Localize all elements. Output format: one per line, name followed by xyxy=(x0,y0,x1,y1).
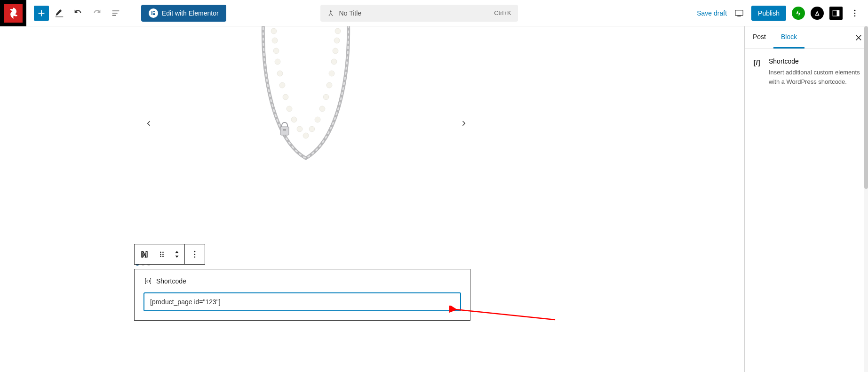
move-up-icon[interactable] xyxy=(174,250,180,254)
svg-point-29 xyxy=(326,82,332,88)
svg-point-17 xyxy=(279,82,285,88)
tab-block[interactable]: Block xyxy=(773,26,804,49)
svg-point-13 xyxy=(272,38,278,43)
block-options-icon[interactable] xyxy=(185,244,205,264)
elementor-icon xyxy=(149,8,158,18)
product-image xyxy=(254,26,358,186)
tab-post[interactable]: Post xyxy=(745,26,773,49)
svg-rect-0 xyxy=(151,11,152,15)
drag-handle-icon[interactable] xyxy=(154,244,169,264)
svg-point-20 xyxy=(291,117,297,122)
block-description: Insert additional custom elements with a… xyxy=(769,68,860,86)
block-type-icon[interactable]: [/] xyxy=(135,244,154,264)
svg-point-26 xyxy=(333,48,338,54)
svg-rect-1 xyxy=(153,11,156,12)
svg-point-28 xyxy=(329,71,334,76)
svg-rect-34 xyxy=(280,127,289,135)
block-title: Shortcode xyxy=(769,57,860,65)
svg-point-19 xyxy=(287,106,292,112)
svg-rect-3 xyxy=(153,14,156,15)
svg-point-43 xyxy=(194,251,196,252)
svg-point-12 xyxy=(271,28,277,34)
settings-sidebar: Post Block [/] Shortcode Insert addition… xyxy=(745,26,868,372)
command-palette-shortcut: Ctrl+K xyxy=(494,9,511,16)
editor-toolbar: Edit with Elementor No Title Ctrl+K Save… xyxy=(0,0,868,26)
document-overview-icon[interactable] xyxy=(107,5,124,22)
svg-point-31 xyxy=(319,106,325,112)
redo-icon[interactable] xyxy=(88,5,105,22)
move-down-icon[interactable] xyxy=(174,254,180,259)
svg-point-21 xyxy=(297,126,303,132)
carousel-next-icon[interactable] xyxy=(456,116,471,131)
svg-point-37 xyxy=(160,252,161,253)
publish-button[interactable]: Publish xyxy=(751,6,786,21)
svg-point-30 xyxy=(323,94,329,100)
settings-panel-toggle[interactable] xyxy=(829,7,843,20)
product-carousel xyxy=(0,26,744,252)
svg-rect-5 xyxy=(737,16,741,16)
preview-icon[interactable] xyxy=(733,7,746,20)
svg-point-8 xyxy=(854,9,856,11)
svg-point-27 xyxy=(331,59,337,65)
sidebar-scrollbar-thumb[interactable] xyxy=(864,26,868,189)
jetpack-icon[interactable] xyxy=(792,7,805,20)
shortcode-input[interactable]: [product_page id="123"] xyxy=(144,293,461,311)
svg-point-40 xyxy=(162,254,164,255)
svg-point-45 xyxy=(194,257,196,258)
document-title-bar[interactable]: No Title Ctrl+K xyxy=(320,5,518,22)
title-pen-icon xyxy=(327,9,334,17)
move-arrows[interactable] xyxy=(169,244,184,264)
shortcode-icon: [/] xyxy=(753,57,763,86)
svg-rect-2 xyxy=(153,13,156,14)
svg-point-33 xyxy=(309,126,315,132)
undo-icon[interactable] xyxy=(70,5,87,22)
svg-rect-35 xyxy=(283,129,286,130)
svg-point-25 xyxy=(334,38,340,43)
svg-point-9 xyxy=(854,12,856,14)
svg-point-38 xyxy=(162,252,164,253)
svg-point-14 xyxy=(273,48,279,54)
editor-canvas[interactable]: [/] Shortcode [product_page id="123"] xyxy=(0,26,745,372)
tools-icon[interactable] xyxy=(51,5,68,22)
svg-rect-7 xyxy=(836,10,839,16)
add-block-button[interactable] xyxy=(34,6,49,21)
block-toolbar: [/] xyxy=(134,244,205,265)
edit-with-elementor-button[interactable]: Edit with Elementor xyxy=(141,5,226,22)
elementor-label: Edit with Elementor xyxy=(162,9,219,17)
options-menu-icon[interactable] xyxy=(848,7,861,20)
svg-rect-4 xyxy=(735,10,743,15)
save-draft-button[interactable]: Save draft xyxy=(697,9,727,17)
svg-point-15 xyxy=(275,59,280,65)
svg-point-44 xyxy=(194,254,196,255)
svg-point-32 xyxy=(315,117,320,122)
shortcode-icon xyxy=(144,277,152,285)
astra-icon[interactable] xyxy=(811,7,824,20)
svg-point-41 xyxy=(160,256,161,257)
carousel-prev-icon[interactable] xyxy=(141,116,156,131)
svg-point-18 xyxy=(283,94,288,100)
shortcode-block-label: Shortcode xyxy=(156,277,186,285)
svg-point-24 xyxy=(335,28,341,34)
svg-point-10 xyxy=(854,15,856,16)
document-title: No Title xyxy=(339,9,361,17)
shortcode-block[interactable]: Shortcode [product_page id="123"] xyxy=(134,269,470,321)
site-logo[interactable] xyxy=(0,0,26,26)
svg-point-39 xyxy=(160,254,161,255)
svg-text:[/]: [/] xyxy=(141,251,146,258)
svg-point-16 xyxy=(277,71,283,76)
svg-point-22 xyxy=(303,133,309,138)
svg-text:[/]: [/] xyxy=(754,59,760,66)
svg-point-42 xyxy=(162,256,164,257)
